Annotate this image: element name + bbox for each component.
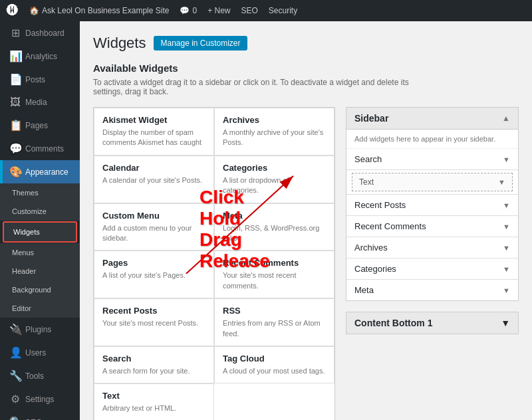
media-icon: 🖼 (9, 96, 21, 108)
posts-icon: 📄 (9, 73, 21, 86)
sidebar-item-media[interactable]: 🖼 Media (0, 91, 80, 114)
wp-logo[interactable]: 🅦 (7, 4, 19, 18)
sidebar-item-background[interactable]: Background (0, 280, 80, 299)
sidebar-widget-search[interactable]: Search ▼ (346, 149, 518, 170)
widget-cell-rss[interactable]: RSS Entries from any RSS or Atom feed. (214, 298, 334, 346)
content-bottom-header[interactable]: Content Bottom 1 ▼ (346, 312, 518, 334)
content-bottom-panel: Content Bottom 1 ▼ (346, 312, 519, 334)
widget-name: Recent Posts (102, 306, 205, 316)
widget-desc: Arbitrary text or HTML. (102, 403, 205, 413)
widget-desc: A cloud of your most used tags. (223, 366, 326, 376)
sidebar-item-menus[interactable]: Menus (0, 243, 80, 262)
sidebar-widget-recent-posts-label: Recent Posts (354, 200, 406, 210)
widget-cell-meta[interactable]: Meta Login, RSS, & WordPress.org links. (214, 203, 334, 251)
text-widget-toggle[interactable]: ▼ (498, 178, 505, 186)
meta-toggle[interactable]: ▼ (503, 286, 510, 294)
widget-name: Akismet Widget (102, 115, 205, 125)
site-name[interactable]: 🏠 Ask Leol On Business Example Site (29, 6, 169, 15)
sidebar-item-customize[interactable]: Customize (0, 202, 80, 221)
sidebar-item-header[interactable]: Header (0, 262, 80, 280)
widget-cell-pages[interactable]: Pages A list of your site's Pages. (94, 251, 214, 298)
widget-cell-recent-posts[interactable]: Recent Posts Your site's most recent Pos… (94, 298, 214, 346)
recent-comments-toggle[interactable]: ▼ (503, 223, 510, 231)
page-title-row: Widgets Manage in Customizer (93, 35, 519, 52)
content-bottom-toggle[interactable]: ▼ (501, 318, 510, 328)
sidebar-widget-meta-label: Meta (354, 285, 374, 295)
sidebar-toggle-arrow[interactable]: ▲ (502, 114, 510, 123)
sidebar-nav: ⊞ Dashboard 📊 Analytics 📄 Posts 🖼 Media … (0, 21, 80, 420)
sidebar-item-settings[interactable]: ⚙ Settings (0, 387, 80, 411)
widget-cell-akismet-widget[interactable]: Akismet Widget Display the number of spa… (94, 108, 214, 156)
widget-name: Calendar (102, 163, 205, 173)
sidebar-widget-categories[interactable]: Categories ▼ (346, 259, 518, 280)
sidebar-item-comments[interactable]: 💬 Comments (0, 137, 80, 160)
sidebar-item-pages[interactable]: 📋 Pages (0, 114, 80, 137)
users-icon: 👤 (9, 346, 21, 359)
search-widget-toggle[interactable]: ▼ (503, 156, 510, 163)
seo-link[interactable]: SEO (241, 6, 257, 15)
sidebar-item-dashboard[interactable]: ⊞ Dashboard (0, 21, 80, 45)
widget-desc: A search form for your site. (102, 366, 205, 376)
sidebar-panel-box: Sidebar ▲ Add widgets here to appear in … (346, 107, 519, 301)
seo-icon: 🔍 (9, 416, 21, 420)
widget-cell-calendar[interactable]: Calendar A calendar of your site's Posts… (94, 156, 214, 203)
new-button[interactable]: + New (207, 6, 230, 15)
manage-in-customizer-link[interactable]: Manage in Customizer (154, 36, 247, 51)
sidebar-item-widgets[interactable]: Widgets (3, 221, 77, 243)
comment-count[interactable]: 💬 0 (180, 6, 197, 15)
sidebar-widget-text-label: Text (359, 177, 374, 187)
sidebar-item-analytics[interactable]: 📊 Analytics (0, 45, 80, 68)
sidebar-item-users[interactable]: 👤 Users (0, 341, 80, 364)
page-title: Widgets (93, 35, 146, 52)
widget-name: Pages (102, 258, 205, 268)
sidebar-widget-text-dashed[interactable]: Text ▼ (352, 173, 513, 191)
security-link[interactable]: Security (269, 6, 297, 15)
widget-desc: Add a custom menu to your sidebar. (102, 223, 205, 244)
widget-cell-tag-cloud[interactable]: Tag Cloud A cloud of your most used tags… (214, 346, 334, 383)
widget-grid: Akismet Widget Display the number of spa… (93, 107, 335, 420)
analytics-icon: 📊 (9, 50, 21, 62)
widget-desc: Your site's most recent comments. (223, 270, 326, 291)
categories-toggle[interactable]: ▼ (503, 265, 510, 273)
widget-desc: Display the number of spam comments Akis… (102, 128, 205, 148)
sidebar-widget-meta[interactable]: Meta ▼ (346, 280, 518, 300)
available-widgets-title: Available Widgets (93, 62, 519, 74)
widget-desc: A list of your site's Pages. (102, 270, 205, 280)
admin-bar: 🅦 🏠 Ask Leol On Business Example Site 💬 … (0, 0, 532, 21)
sidebar-item-editor[interactable]: Editor (0, 299, 80, 318)
widget-cell-categories[interactable]: Categories A list or dropdown of categor… (214, 156, 334, 203)
widget-name: Tag Cloud (223, 354, 326, 364)
sidebar-widget-archives-label: Archives (354, 243, 388, 253)
sidebar-item-posts[interactable]: 📄 Posts (0, 68, 80, 91)
widget-name: RSS (223, 306, 326, 316)
sidebar-widget-recent-posts[interactable]: Recent Posts ▼ (346, 195, 518, 216)
widget-desc: Entries from any RSS or Atom feed. (223, 318, 326, 339)
widget-name: Search (102, 354, 205, 364)
sidebar-widgets-panel: Sidebar ▲ Add widgets here to appear in … (346, 107, 519, 334)
sidebar-widget-categories-label: Categories (354, 264, 396, 274)
recent-posts-toggle[interactable]: ▼ (503, 201, 510, 209)
sidebar-widget-archives[interactable]: Archives ▼ (346, 237, 518, 259)
widget-cell-archives[interactable]: Archives A monthly archive of your site'… (214, 108, 334, 156)
widget-cell-custom-menu[interactable]: Custom Menu Add a custom menu to your si… (94, 203, 214, 251)
archives-toggle[interactable]: ▼ (503, 244, 510, 252)
widgets-area: Click Hold Drag Release Akismet Wi (93, 107, 519, 420)
widget-desc: Login, RSS, & WordPress.org links. (223, 223, 326, 244)
sidebar-item-tools[interactable]: 🔧 Tools (0, 364, 80, 387)
sidebar-panel-header[interactable]: Sidebar ▲ (346, 108, 518, 130)
sidebar-panel-title: Sidebar (354, 113, 388, 124)
comments-icon: 💬 (9, 142, 21, 155)
sidebar-item-appearance[interactable]: 🎨 Appearance (0, 160, 80, 183)
widget-cell-recent-comments[interactable]: Recent Comments Your site's most recent … (214, 251, 334, 298)
widget-name: Archives (223, 115, 326, 125)
widget-cell-text[interactable]: Text Arbitrary text or HTML. (94, 383, 214, 420)
widget-cell-search[interactable]: Search A search form for your site. (94, 346, 214, 383)
sidebar-item-seo[interactable]: 🔍 SEO (0, 411, 80, 420)
appearance-icon: 🎨 (9, 165, 21, 178)
widget-name: Text (102, 391, 205, 401)
widget-name: Recent Comments (223, 258, 326, 268)
sidebar-item-themes[interactable]: Themes (0, 183, 80, 202)
widget-name: Custom Menu (102, 211, 205, 221)
sidebar-widget-recent-comments[interactable]: Recent Comments ▼ (346, 216, 518, 237)
sidebar-item-plugins[interactable]: 🔌 Plugins (0, 318, 80, 341)
